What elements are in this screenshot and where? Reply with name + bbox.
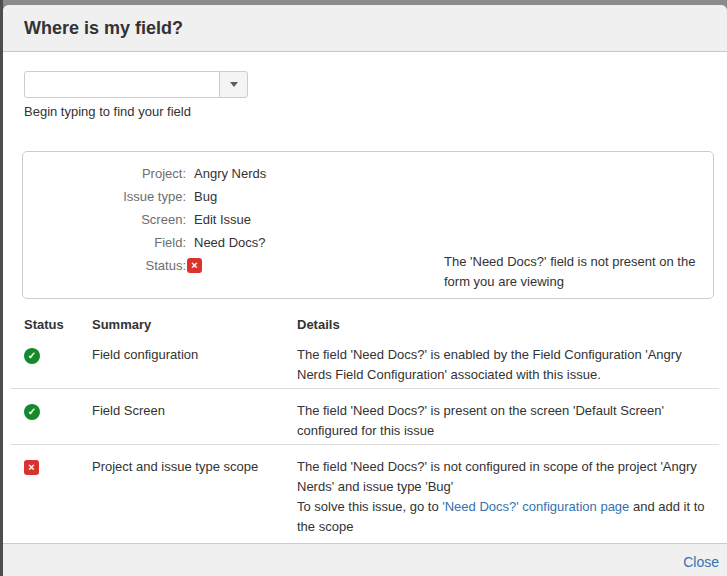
scope-solution-text: To solve this issue, go to 'Need Docs?' … (297, 497, 711, 537)
row-summary-cell: Field configuration (92, 345, 297, 385)
context-rows: Project: Angry Nerds Issue type: Bug Scr… (23, 162, 266, 277)
status-label: Status: (23, 258, 186, 273)
field-label: Field: (23, 235, 186, 250)
scope-details-text: The field 'Need Docs?' is not configured… (297, 457, 711, 497)
issue-type-value: Bug (186, 189, 217, 204)
row-details-cell: The field 'Need Docs?' is enabled by the… (297, 345, 711, 385)
table-row-field-configuration: ✓ Field configuration The field 'Need Do… (11, 333, 719, 388)
row-summary-cell: Project and issue type scope (92, 457, 297, 537)
screen-label: Screen: (23, 212, 186, 227)
dialog-header: Where is my field? (3, 5, 727, 52)
context-row-issue-type: Issue type: Bug (23, 185, 266, 208)
row-status-cell: ✓ (24, 345, 92, 385)
context-row-screen: Screen: Edit Issue (23, 208, 266, 231)
table-header-row: Status Summary Details (11, 308, 719, 333)
column-header-details: Details (297, 317, 711, 333)
row-status-cell: ✓ (24, 401, 92, 441)
status-error-icon: × (187, 258, 202, 273)
project-label: Project: (23, 166, 186, 181)
row-details-cell: The field 'Need Docs?' is present on the… (297, 401, 711, 441)
solution-prefix: To solve this issue, go to (297, 499, 442, 514)
success-check-icon: ✓ (24, 348, 40, 364)
screen-value: Edit Issue (186, 212, 251, 227)
column-header-summary: Summary (92, 317, 297, 333)
field-search-input[interactable] (24, 71, 220, 98)
chevron-down-icon (230, 82, 238, 87)
row-status-cell: × (24, 457, 92, 537)
status-value: × (186, 258, 202, 273)
dialog-footer: Close (3, 543, 727, 576)
where-is-my-field-dialog: Where is my field? Begin typing to find … (3, 5, 727, 576)
context-panel: Project: Angry Nerds Issue type: Bug Scr… (22, 151, 714, 299)
status-message: The 'Need Docs?' field is not present on… (444, 252, 708, 292)
context-row-status: Status: × (23, 254, 266, 277)
field-value: Need Docs? (186, 235, 266, 250)
results-table: Status Summary Details ✓ Field configura… (11, 308, 719, 540)
project-value: Angry Nerds (186, 166, 266, 181)
combobox-dropdown-button[interactable] (219, 71, 248, 98)
column-header-status: Status (24, 317, 92, 333)
table-row-project-issue-type-scope: × Project and issue type scope The field… (11, 444, 719, 540)
context-row-field: Field: Need Docs? (23, 231, 266, 254)
close-button[interactable]: Close (683, 554, 719, 570)
field-combobox (24, 71, 248, 98)
context-row-project: Project: Angry Nerds (23, 162, 266, 185)
issue-type-label: Issue type: (23, 189, 186, 204)
table-row-field-screen: ✓ Field Screen The field 'Need Docs?' is… (11, 388, 719, 444)
error-cross-icon: × (24, 460, 39, 475)
row-details-cell: The field 'Need Docs?' is not configured… (297, 457, 711, 537)
success-check-icon: ✓ (24, 404, 40, 420)
search-helper-text: Begin typing to find your field (24, 104, 191, 119)
field-configuration-page-link[interactable]: 'Need Docs?' configuration page (442, 499, 629, 514)
row-summary-cell: Field Screen (92, 401, 297, 441)
dialog-title: Where is my field? (24, 18, 183, 39)
